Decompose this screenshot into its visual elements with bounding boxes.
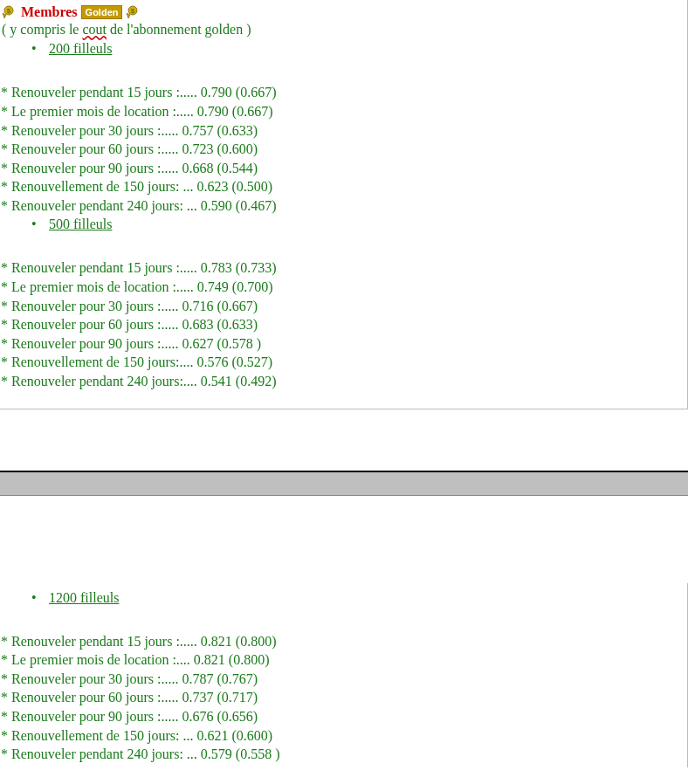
data-line: * Renouvellement de 150 jours: ... 0.621… [1,726,687,746]
separator-bar [0,471,688,496]
subtitle-prefix: ( y compris le [2,22,82,37]
subtitle-wavy: cout [82,22,107,37]
data-line: * Renouveler pour 90 jours :..... 0.676 … [1,707,687,726]
data-line: * Renouveler pendant 15 jours :..... 0.7… [1,258,687,278]
filleuls-link-200[interactable]: 200 filleuls [49,41,112,56]
money-icon: $ [126,4,141,20]
list-item: 500 filleuls [26,217,687,232]
data-line: * Renouveler pendant 240 jours:.... 0.54… [1,372,687,391]
data-line: * Le premier mois de location :..... 0.7… [1,278,687,297]
data-line: * Renouveler pour 90 jours :..... 0.668 … [1,159,687,178]
content-box-top: $ Membres Golden $ ( y compris le cout d… [0,0,688,409]
svg-text:$: $ [131,7,135,15]
filleuls-link-500[interactable]: 500 filleuls [49,217,112,231]
data-line: * Renouveler pendant 15 jours :..... 0.8… [1,632,687,651]
bullet-list: 500 filleuls [26,217,687,232]
data-line: * Renouveler pour 60 jours :..... 0.737 … [1,688,687,707]
spacer [0,234,687,258]
spacer [0,608,687,632]
spacer [0,58,687,83]
filleuls-link-1200[interactable]: 1200 filleuls [49,590,119,605]
data-line: * Le premier mois de location :..... 0.7… [1,102,687,121]
bullet-list: 200 filleuls [26,41,687,57]
bullet-list: 1200 filleuls [26,590,687,606]
data-line: * Renouveler pendant 240 jours: ... 0.59… [1,196,687,216]
data-line: * Renouvellement de 150 jours:.... 0.576… [1,353,687,372]
data-line: * Renouveler pour 60 jours :..... 0.683 … [1,315,687,334]
data-block-200: * Renouveler pendant 15 jours :..... 0.7… [0,83,687,215]
members-title: Membres [21,4,78,19]
subtitle-suffix: de l'abonnement golden ) [107,22,251,37]
data-block-1200: * Renouveler pendant 15 jours :..... 0.8… [0,632,687,764]
list-item: 200 filleuls [26,41,687,57]
money-icon: $ [2,4,17,20]
spacer [0,496,688,583]
data-line: * Renouveler pour 30 jours :..... 0.716 … [1,297,687,316]
data-line: * Renouveler pour 30 jours :..... 0.787 … [1,670,687,689]
data-line: * Renouveler pour 90 jours :..... 0.627 … [1,334,687,354]
data-block-500: * Renouveler pendant 15 jours :..... 0.7… [0,258,687,390]
data-line: * Le premier mois de location :.... 0.82… [1,650,687,670]
data-line: * Renouveler pendant 240 jours: ... 0.57… [1,745,687,764]
data-line: * Renouvellement de 150 jours: ... 0.623… [1,177,687,196]
svg-text:$: $ [7,7,11,15]
data-line: * Renouveler pendant 15 jours :..... 0.7… [1,83,687,102]
data-line: * Renouveler pour 30 jours :..... 0.757 … [1,121,687,141]
golden-badge: Golden [81,5,123,19]
spacer [0,409,688,471]
list-item: 1200 filleuls [26,590,687,606]
subtitle: ( y compris le cout de l'abonnement gold… [0,20,687,39]
data-line: * Renouveler pour 60 jours :..... 0.723 … [1,140,687,159]
header-line: $ Membres Golden $ [0,2,687,20]
content-box-bottom: 1200 filleuls * Renouveler pendant 15 jo… [0,583,688,767]
